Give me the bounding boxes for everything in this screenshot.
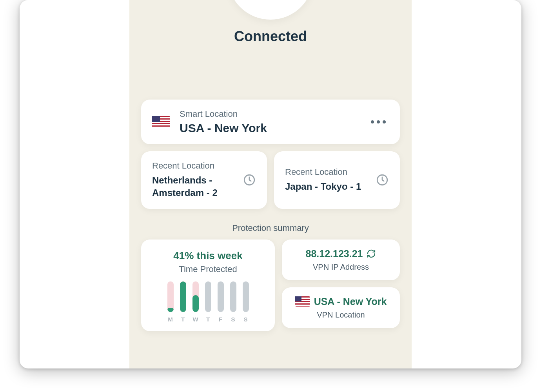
usa-flag-icon <box>295 296 310 307</box>
recent-location-value: Japan - Tokyo - 1 <box>285 180 369 193</box>
chart-bar-track <box>218 281 224 312</box>
window-frame: Connected Smart Location USA - New York … <box>20 0 521 368</box>
dot-icon <box>377 120 380 123</box>
chart-day-label: S <box>243 316 247 323</box>
refresh-icon[interactable] <box>367 249 376 258</box>
chart-day-label: W <box>192 316 198 323</box>
smart-location-label: Smart Location <box>180 109 358 119</box>
clock-icon <box>243 173 256 187</box>
connection-status-title: Connected <box>234 28 307 45</box>
chart-day-label: M <box>168 316 173 323</box>
time-protected-subtitle: Time Protected <box>179 264 237 274</box>
vpn-location-value: USA - New York <box>314 296 387 307</box>
chart-bar-fill <box>180 281 186 312</box>
recent-location-label: Recent Location <box>285 167 369 177</box>
chart-bar-track <box>243 281 249 312</box>
recent-location-card[interactable]: Recent Location Japan - Tokyo - 1 <box>274 151 400 209</box>
clock-icon <box>376 173 389 187</box>
vpn-location-label: VPN Location <box>317 310 365 319</box>
recent-location-label: Recent Location <box>152 161 236 171</box>
chart-bar: T <box>205 281 211 323</box>
chart-day-label: T <box>181 316 185 323</box>
vpn-ip-value: 88.12.123.21 <box>306 248 363 260</box>
chart-bar-track <box>205 281 211 312</box>
smart-location-value: USA - New York <box>180 122 358 135</box>
chart-bar: F <box>218 281 224 323</box>
connection-indicator[interactable] <box>227 0 314 20</box>
more-options-button[interactable] <box>368 117 389 127</box>
chart-bar-track <box>180 281 186 312</box>
chart-bar: M <box>167 281 174 323</box>
chart-bar-fill <box>192 295 199 312</box>
recent-location-card[interactable]: Recent Location Netherlands - Amsterdam … <box>141 151 267 209</box>
time-protected-chart: MTWTFSS <box>167 281 249 323</box>
time-protected-card[interactable]: 41% this week Time Protected MTWTFSS <box>141 240 275 331</box>
smart-location-card[interactable]: Smart Location USA - New York <box>141 100 400 144</box>
recent-locations-row: Recent Location Netherlands - Amsterdam … <box>141 151 400 209</box>
chart-bar-track <box>230 281 236 312</box>
time-protected-percent: 41% this week <box>173 250 242 262</box>
chart-bar-track <box>167 281 174 312</box>
vpn-ip-card[interactable]: 88.12.123.21 VPN IP Address <box>282 240 400 280</box>
chart-bar: S <box>230 281 236 323</box>
smart-location-text: Smart Location USA - New York <box>180 109 358 135</box>
vpn-location-card[interactable]: USA - New York VPN Location <box>282 287 400 328</box>
app-panel: Connected Smart Location USA - New York … <box>129 0 412 368</box>
recent-location-value: Netherlands - Amsterdam - 2 <box>152 174 236 200</box>
dot-icon <box>383 120 386 123</box>
protection-summary-row: 41% this week Time Protected MTWTFSS 88.… <box>141 240 400 331</box>
chart-bar: T <box>180 281 186 323</box>
chart-bar-fill <box>167 308 174 312</box>
chart-bar-track <box>192 281 199 312</box>
chart-day-label: T <box>206 316 210 323</box>
usa-flag-icon <box>152 116 170 128</box>
chart-bar: W <box>192 281 199 323</box>
dot-icon <box>371 120 374 123</box>
chart-day-label: S <box>231 316 235 323</box>
vpn-ip-label: VPN IP Address <box>313 263 369 272</box>
protection-summary-title: Protection summary <box>232 223 309 233</box>
chart-day-label: F <box>219 316 222 323</box>
chart-bar: S <box>243 281 249 323</box>
